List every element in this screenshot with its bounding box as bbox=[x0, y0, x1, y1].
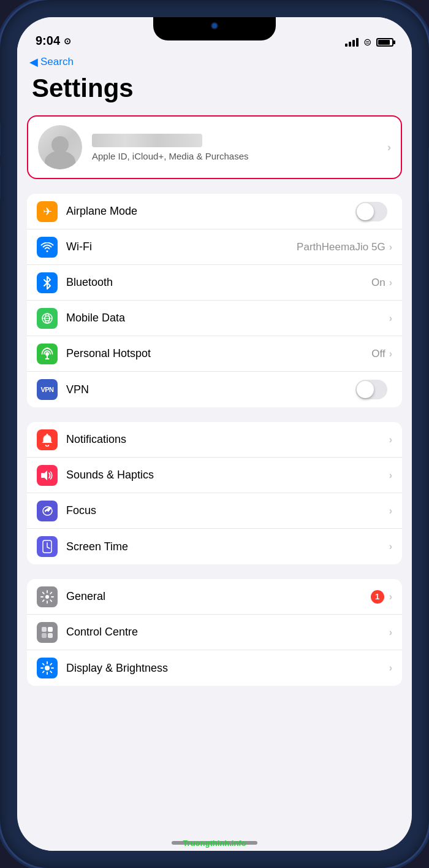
general-badge: 1 bbox=[371, 590, 384, 604]
notifications-chevron-icon: › bbox=[389, 434, 392, 445]
mobile-data-chevron-icon: › bbox=[389, 313, 392, 324]
airplane-mode-row[interactable]: ✈ Airplane Mode bbox=[27, 194, 402, 229]
vpn-toggle[interactable] bbox=[355, 380, 387, 399]
svg-rect-3 bbox=[41, 473, 44, 478]
back-button[interactable]: ◀ Search bbox=[17, 53, 412, 74]
svg-rect-8 bbox=[42, 633, 47, 638]
control-centre-label: Control Centre bbox=[66, 626, 389, 639]
sounds-haptics-row[interactable]: Sounds & Haptics › bbox=[27, 458, 402, 493]
wifi-chevron-icon: › bbox=[389, 242, 392, 253]
wifi-row[interactable]: Wi-Fi ParthHeemaJio 5G › bbox=[27, 229, 402, 265]
wifi-value: ParthHeemaJio 5G bbox=[297, 241, 385, 253]
screen-time-chevron-icon: › bbox=[389, 541, 392, 552]
vpn-label-text: VPN bbox=[66, 383, 355, 396]
sounds-haptics-chevron-icon: › bbox=[389, 470, 392, 481]
general-label: General bbox=[66, 590, 371, 603]
display-brightness-chevron-icon: › bbox=[389, 663, 392, 674]
bluetooth-icon bbox=[37, 272, 58, 293]
vpn-row[interactable]: VPN VPN bbox=[27, 372, 402, 407]
system-group: Notifications › Sounds & Haptics › bbox=[27, 422, 402, 564]
bluetooth-value: On bbox=[371, 277, 385, 289]
focus-icon bbox=[37, 501, 58, 521]
screen-time-icon bbox=[37, 536, 58, 557]
focus-label: Focus bbox=[66, 504, 389, 517]
phone-frame: 9:04 ⊙ ⊜ ◀ Search bbox=[0, 0, 429, 868]
focus-chevron-icon: › bbox=[389, 505, 392, 517]
personal-hotspot-icon bbox=[37, 344, 58, 364]
display-brightness-label: Display & Brightness bbox=[66, 662, 389, 675]
page-title: Settings bbox=[17, 74, 412, 115]
svg-rect-6 bbox=[42, 627, 47, 632]
mobile-data-label: Mobile Data bbox=[66, 312, 389, 325]
signal-strength-icon bbox=[345, 38, 359, 47]
back-chevron-icon: ◀ bbox=[29, 55, 38, 69]
svg-point-5 bbox=[45, 595, 49, 599]
personal-hotspot-row[interactable]: Personal Hotspot Off › bbox=[27, 336, 402, 372]
personal-hotspot-label: Personal Hotspot bbox=[66, 347, 371, 360]
mobile-data-row[interactable]: Mobile Data › bbox=[27, 301, 402, 336]
general-chevron-icon: › bbox=[389, 591, 392, 602]
svg-point-10 bbox=[45, 666, 50, 670]
wifi-icon: ⊜ bbox=[363, 36, 371, 48]
apple-id-chevron-icon: › bbox=[387, 141, 391, 154]
volume-down-button[interactable] bbox=[0, 166, 1, 199]
dynamic-island-icon: ⊙ bbox=[64, 36, 71, 46]
battery-icon bbox=[376, 38, 393, 47]
notch bbox=[153, 17, 276, 40]
vpn-icon: VPN bbox=[37, 379, 58, 400]
apple-id-subtitle: Apple ID, iCloud+, Media & Purchases bbox=[92, 151, 387, 161]
bluetooth-chevron-icon: › bbox=[389, 277, 392, 288]
apple-id-name-blur bbox=[92, 134, 202, 147]
avatar bbox=[38, 125, 82, 169]
airplane-mode-label: Airplane Mode bbox=[66, 205, 355, 218]
svg-point-2 bbox=[45, 352, 49, 356]
screen-time-row[interactable]: Screen Time › bbox=[27, 529, 402, 564]
control-centre-row[interactable]: Control Centre › bbox=[27, 615, 402, 650]
sounds-haptics-icon bbox=[37, 465, 58, 486]
notifications-label: Notifications bbox=[66, 433, 389, 446]
wifi-label: Wi-Fi bbox=[66, 240, 297, 253]
phone-screen: 9:04 ⊙ ⊜ ◀ Search bbox=[17, 17, 412, 851]
device-group: General 1 › Control Centre bbox=[27, 579, 402, 686]
personal-hotspot-chevron-icon: › bbox=[389, 348, 392, 359]
wifi-setting-icon bbox=[37, 237, 58, 258]
volume-up-button[interactable] bbox=[0, 123, 1, 156]
sounds-haptics-label: Sounds & Haptics bbox=[66, 469, 389, 482]
status-icons: ⊜ bbox=[345, 36, 393, 48]
display-brightness-icon bbox=[37, 658, 58, 678]
bluetooth-label: Bluetooth bbox=[66, 276, 371, 289]
display-brightness-row[interactable]: Display & Brightness › bbox=[27, 650, 402, 686]
status-time: 9:04 ⊙ bbox=[36, 34, 71, 48]
watermark: Truongthinh.info bbox=[183, 839, 246, 848]
control-centre-chevron-icon: › bbox=[389, 627, 392, 638]
notifications-row[interactable]: Notifications › bbox=[27, 422, 402, 458]
settings-content[interactable]: ◀ Search Settings Apple ID, iCloud+, Med… bbox=[17, 53, 412, 851]
focus-row[interactable]: Focus › bbox=[27, 493, 402, 529]
airplane-mode-toggle[interactable] bbox=[355, 202, 387, 221]
screen-time-label: Screen Time bbox=[66, 540, 389, 553]
svg-rect-7 bbox=[48, 627, 53, 632]
personal-hotspot-value: Off bbox=[371, 348, 385, 360]
airplane-mode-icon: ✈ bbox=[37, 201, 58, 222]
general-row[interactable]: General 1 › bbox=[27, 579, 402, 615]
mobile-data-icon bbox=[37, 308, 58, 329]
apple-id-card[interactable]: Apple ID, iCloud+, Media & Purchases › bbox=[27, 115, 402, 179]
connectivity-group: ✈ Airplane Mode bbox=[27, 194, 402, 407]
notifications-icon bbox=[37, 429, 58, 450]
control-centre-icon bbox=[37, 622, 58, 643]
general-icon bbox=[37, 586, 58, 607]
bluetooth-row[interactable]: Bluetooth On › bbox=[27, 265, 402, 301]
svg-rect-9 bbox=[48, 633, 53, 638]
